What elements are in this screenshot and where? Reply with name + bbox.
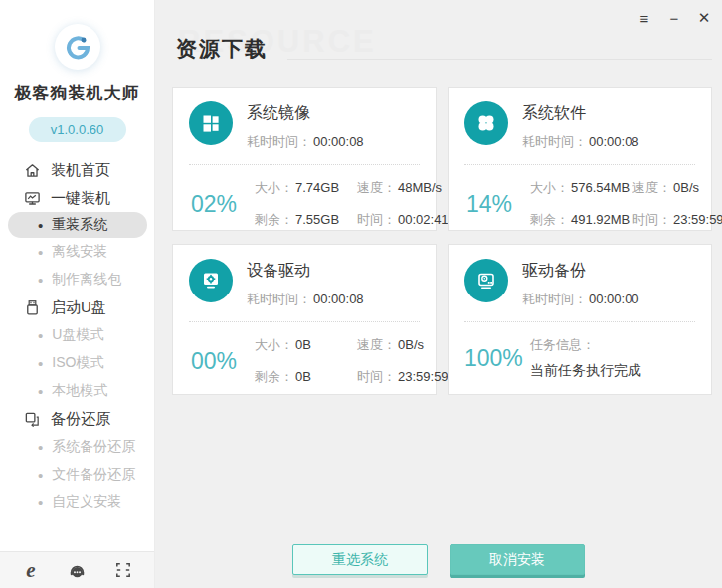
page-header: RESOURCE 资源下载 xyxy=(176,24,712,64)
progress-percent: 00% xyxy=(189,348,239,375)
sidebar-item-onekey-install[interactable]: 一键装机 xyxy=(0,184,154,212)
header-divider xyxy=(287,59,712,60)
page-title: 资源下载 xyxy=(176,35,268,63)
stat-value: 7.55GB xyxy=(295,212,339,227)
sidebar-item-reinstall-system[interactable]: • 重装系统 xyxy=(8,212,147,238)
elapsed-label: 耗时时间： xyxy=(247,134,311,149)
stat-value: 48MB/s xyxy=(398,180,442,195)
sidebar-item-usb-mode[interactable]: • U盘模式 xyxy=(0,321,154,349)
cancel-install-button[interactable]: 取消安装 xyxy=(450,544,585,575)
elapsed-value: 00:00:08 xyxy=(589,134,639,149)
stat-label: 速度： xyxy=(632,180,671,195)
sidebar-item-local-mode[interactable]: • 本地模式 xyxy=(0,377,154,405)
card-title: 系统软件 xyxy=(522,103,639,124)
stat-label: 大小： xyxy=(255,180,293,195)
stat-value: 0B/s xyxy=(398,337,424,352)
card-system-software: 系统软件 耗时时间：00:00:08 14% 大小：576.54MB 速度：0B… xyxy=(448,87,712,231)
elapsed-label: 耗时时间： xyxy=(522,134,587,149)
stat-value: 0B xyxy=(295,337,311,352)
bullet-icon: • xyxy=(38,384,43,399)
customer-support-icon[interactable] xyxy=(67,559,89,581)
stat-label: 速度： xyxy=(357,337,396,352)
elapsed-label: 耗时时间： xyxy=(522,292,587,306)
card-device-driver: 设备驱动 耗时时间：00:00:08 00% 大小：0B 速度：0B/s 剩余：… xyxy=(172,244,437,395)
sidebar-item-make-offline-pack[interactable]: • 制作离线包 xyxy=(0,266,154,294)
card-title: 系统镜像 xyxy=(247,103,364,124)
version-badge: v1.0.0.60 xyxy=(29,117,126,142)
sidebar-menu: 装机首页 一键装机 • 重装系统 • 离线安装 • 制作离线包 启动U盘 • xyxy=(0,156,154,516)
sidebar-item-label: U盘模式 xyxy=(52,326,103,344)
sidebar-item-boot-usb[interactable]: 启动U盘 xyxy=(0,294,154,321)
system-software-icon xyxy=(464,101,508,145)
sidebar-item-offline-install[interactable]: • 离线安装 xyxy=(0,238,154,266)
app-logo-icon xyxy=(55,24,100,70)
card-title: 驱动备份 xyxy=(522,261,639,282)
sidebar-item-label: 自定义安装 xyxy=(52,493,121,511)
sidebar-item-label: 启动U盘 xyxy=(51,298,106,317)
device-driver-icon xyxy=(189,259,233,302)
task-status: 当前任务执行完成 xyxy=(530,362,641,380)
stat-value: 576.54MB xyxy=(571,180,630,195)
stat-label: 速度： xyxy=(357,180,396,195)
card-divider xyxy=(189,164,420,165)
progress-percent: 02% xyxy=(189,191,239,218)
usb-drive-icon xyxy=(23,298,41,316)
sidebar-item-label: 一键装机 xyxy=(51,189,110,208)
sidebar-item-custom-install[interactable]: • 自定义安装 xyxy=(0,489,154,516)
sidebar-item-label: 本地模式 xyxy=(52,382,107,400)
bullet-icon: • xyxy=(38,328,43,343)
stat-label: 大小： xyxy=(530,180,569,195)
stat-label: 剩余： xyxy=(255,369,293,384)
stat-value: 23:59:59 xyxy=(673,212,722,227)
card-divider xyxy=(464,321,695,322)
stat-value: 0B xyxy=(295,369,311,384)
sidebar-item-iso-mode[interactable]: • ISO模式 xyxy=(0,349,154,377)
stat-label: 时间： xyxy=(357,212,396,227)
sidebar-item-label: 重装系统 xyxy=(52,216,107,234)
monitor-chart-icon xyxy=(23,189,41,207)
stat-value: 00:02:41 xyxy=(398,212,449,227)
sidebar-item-label: 装机首页 xyxy=(51,161,110,180)
task-info-label: 任务信息： xyxy=(530,336,641,354)
progress-percent: 14% xyxy=(464,191,514,218)
sidebar-item-file-backup-restore[interactable]: • 文件备份还原 xyxy=(0,461,154,489)
stat-value: 0B/s xyxy=(673,180,699,195)
sidebar-item-label: 系统备份还原 xyxy=(52,438,135,456)
main-panel: ≡ − ✕ RESOURCE 资源下载 系统镜像 耗时时间：00:00:08 xyxy=(155,0,722,588)
scan-qr-icon[interactable] xyxy=(112,559,134,581)
app-name: 极客狗装机大师 xyxy=(0,82,154,104)
bullet-icon: • xyxy=(38,495,43,510)
sidebar-footer: e xyxy=(0,551,154,588)
card-driver-backup: 驱动备份 耗时时间：00:00:00 100% 任务信息： 当前任务执行完成 xyxy=(448,244,712,395)
card-title: 设备驱动 xyxy=(247,261,364,282)
backup-restore-icon xyxy=(23,410,41,428)
stat-value: 491.92MB xyxy=(571,212,630,227)
bullet-icon: • xyxy=(38,440,43,455)
bullet-icon: • xyxy=(38,218,43,233)
sidebar-item-label: 备份还原 xyxy=(51,410,110,429)
reselect-system-button[interactable]: 重选系统 xyxy=(292,544,428,575)
elapsed-label: 耗时时间： xyxy=(247,292,311,306)
stat-label: 剩余： xyxy=(530,212,569,227)
home-icon xyxy=(23,161,41,179)
elapsed-value: 00:00:08 xyxy=(313,134,364,149)
stat-label: 时间： xyxy=(632,212,671,227)
browser-icon[interactable]: e xyxy=(20,559,42,581)
card-divider xyxy=(189,321,420,322)
stat-label: 大小： xyxy=(255,337,293,352)
bullet-icon: • xyxy=(38,468,43,483)
download-cards: 系统镜像 耗时时间：00:00:08 02% 大小：7.74GB 速度：48MB… xyxy=(172,87,713,395)
driver-backup-icon xyxy=(464,259,508,302)
sidebar: 极客狗装机大师 v1.0.0.60 装机首页 一键装机 • 重装系统 • 离线安… xyxy=(0,0,155,588)
system-image-icon xyxy=(189,101,233,145)
sidebar-item-label: 制作离线包 xyxy=(52,271,121,289)
progress-percent: 100% xyxy=(464,345,514,372)
bullet-icon: • xyxy=(38,245,43,260)
stat-label: 时间： xyxy=(357,369,396,384)
footer-actions: 重选系统 取消安装 xyxy=(155,544,722,575)
sidebar-item-home[interactable]: 装机首页 xyxy=(0,156,154,184)
bullet-icon: • xyxy=(38,273,43,288)
sidebar-item-backup-restore[interactable]: 备份还原 xyxy=(0,405,154,433)
sidebar-item-system-backup-restore[interactable]: • 系统备份还原 xyxy=(0,433,154,461)
stat-value: 23:59:59 xyxy=(398,369,449,384)
